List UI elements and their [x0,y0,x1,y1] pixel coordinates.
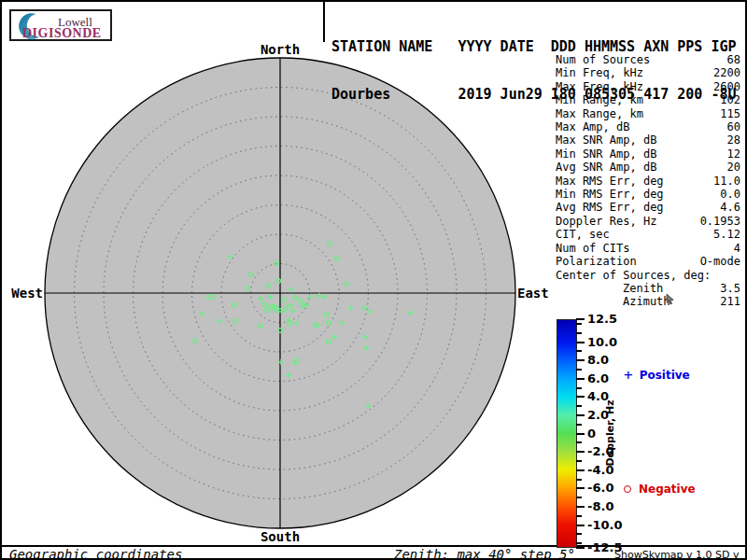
param-value: 60 [727,120,740,133]
param-label: Max Range, km [556,107,643,120]
footer-zenith-range-label: Zenith: max 40° step 5° [394,547,575,560]
param-row: Num of Sources68 [556,53,740,66]
compass-label-north: North [252,42,308,57]
param-value: 2200 [713,66,740,79]
param-label: Min RMS Err, deg [556,188,664,201]
header-divider-line [323,2,325,42]
param-value: 0.0 [720,188,740,201]
param-value: 4 [734,242,740,255]
param-label: Num of Sources [556,53,650,66]
param-label: Min Range, km [556,93,643,106]
parameter-panel: Num of Sources68Min Freq, kHz2200Max Fre… [556,53,740,309]
param-value: 4.6 [720,201,740,214]
footer-version-label: ShowSkymap v 1.0 SD v 5.1 [614,549,745,560]
param-row: Max RMS Err, deg11.0 [556,175,740,188]
param-row: Doppler Res, Hz0.1953 [556,215,740,228]
param-label: CIT, sec [556,228,610,241]
param-row: Max Freq, kHz2600 [556,80,740,93]
param-row: Min Freq, kHz2200 [556,66,740,79]
param-value: 20 [727,161,740,174]
param-value: 11.0 [713,175,740,188]
param-value: 2600 [713,80,740,93]
param-row: CIT, sec5.12 [556,228,740,241]
param-value: 28 [727,133,740,147]
compass-label-east: East [517,286,558,301]
legend-positive: + Positive [624,369,690,382]
param-row: PolarizationO-mode [556,255,740,268]
param-label: Doppler Res, Hz [556,215,656,228]
param-value: 5.12 [713,228,740,241]
skymap-app-window: North South West East Lowell DIGISONDE S… [0,0,747,560]
lowell-digisonde-logo: Lowell DIGISONDE [9,9,112,41]
param-label: Max RMS Err, deg [556,175,664,188]
param-label: Max Freq, kHz [556,80,643,93]
param-label: Min Freq, kHz [556,66,643,79]
param-row: Min Range, km102 [556,93,740,106]
compass-label-south: South [252,529,308,544]
logo-text-digisonde: DIGISONDE [22,26,102,41]
param-row: Zenith3.5 [556,282,740,295]
param-value: 0.1953 [700,215,740,228]
legend-positive-label: Positive [640,369,690,382]
param-value: 102 [720,93,740,106]
legend-negative-label: Negative [639,483,696,496]
plus-marker-icon: + [624,369,633,382]
param-label: Zenith [623,282,663,295]
mouse-cursor-icon [666,293,677,305]
param-label: Center of Sources, deg: [556,269,711,282]
param-row: Max Range, km115 [556,107,740,120]
param-value: 211 [720,295,740,308]
param-label: Polarization [556,255,637,268]
param-row: Min RMS Err, deg0.0 [556,188,740,201]
param-label: Max Amp, dB [556,120,629,133]
param-row: Azimuth211 [556,295,740,308]
param-value: 115 [720,107,740,120]
param-row: Center of Sources, deg: [556,269,740,282]
circle-marker-icon [624,485,631,493]
param-label: Azimuth [623,295,670,308]
footer-coordinates-label: Geographic coordinates [9,547,182,560]
param-value: 3.5 [720,282,740,295]
param-label: Max SNR Amp, dB [556,133,656,147]
param-row: Avg RMS Err, deg4.6 [556,201,740,214]
param-label: Num of CITs [556,242,629,255]
legend-negative: Negative [624,483,696,496]
compass-label-west: West [6,286,43,301]
param-value: O-mode [700,255,740,268]
param-label: Avg SNR Amp, dB [556,161,656,174]
param-row: Max SNR Amp, dB28 [556,133,740,147]
param-row: Max Amp, dB60 [556,120,740,133]
param-value: 68 [727,53,740,66]
param-label: Min SNR Amp, dB [556,147,656,161]
param-row: Avg SNR Amp, dB20 [556,161,740,174]
param-row: Min SNR Amp, dB12 [556,147,740,161]
param-label: Avg RMS Err, deg [556,201,664,214]
param-row: Num of CITs4 [556,242,740,255]
param-value: 12 [727,147,740,161]
